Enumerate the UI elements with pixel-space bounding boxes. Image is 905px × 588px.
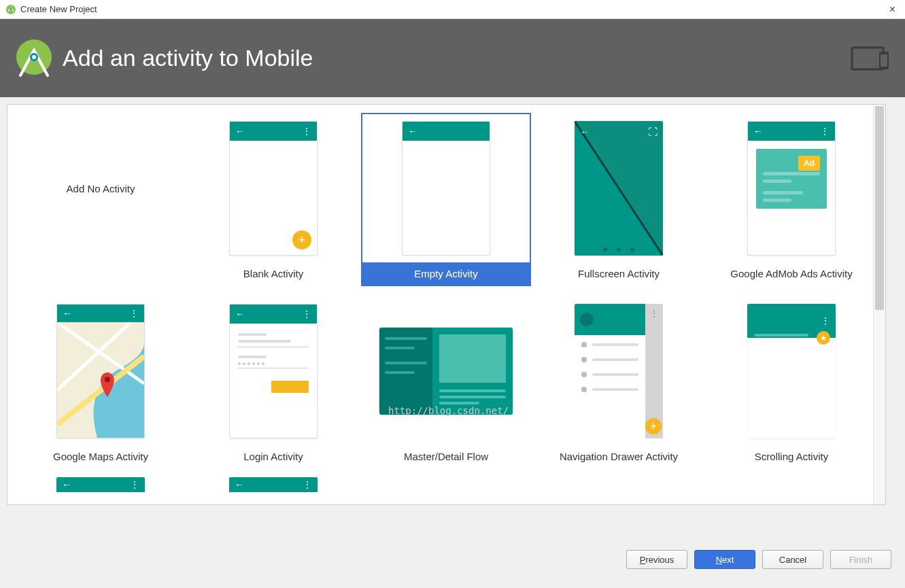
back-arrow-icon <box>235 479 244 490</box>
activity-row-peek <box>14 477 878 492</box>
window-titlebar: Create New Project × <box>0 0 905 19</box>
overflow-menu-icon <box>820 126 830 137</box>
fab-star-icon <box>817 331 830 345</box>
nav-drawer-thumb <box>575 304 663 438</box>
blank-activity-thumb <box>229 121 318 256</box>
activity-card-add-no-activity[interactable]: Add No Activity <box>14 111 187 294</box>
activity-card-empty[interactable]: Empty Activity <box>360 111 532 294</box>
maps-activity-thumb <box>56 304 145 438</box>
fullscreen-activity-thumb <box>575 121 663 256</box>
activity-label: Google AdMob Ads Activity <box>706 262 876 293</box>
overflow-menu-icon <box>130 479 139 490</box>
svg-rect-5 <box>852 48 883 69</box>
activity-card-peek[interactable] <box>229 477 318 492</box>
activity-card-peek[interactable] <box>56 477 145 492</box>
activity-card-scrolling[interactable]: Scrolling Activity <box>705 294 878 477</box>
overflow-menu-icon <box>303 479 312 490</box>
activity-card-nav-drawer[interactable]: Navigation Drawer Activity <box>532 294 705 477</box>
fab-plus-icon <box>292 230 311 249</box>
next-label: ext <box>722 555 734 565</box>
admob-activity-thumb: Ad <box>747 121 836 256</box>
svg-point-1 <box>10 7 12 9</box>
login-activity-thumb <box>229 304 318 438</box>
activity-label: Fullscreen Activity <box>534 262 704 293</box>
avatar-icon <box>580 313 594 326</box>
master-detail-thumb <box>379 327 513 415</box>
activity-gallery: Add No Activity Blank <box>7 104 886 505</box>
back-arrow-icon <box>408 126 417 137</box>
svg-rect-7 <box>881 54 887 67</box>
back-arrow-icon <box>753 126 763 137</box>
activity-card-admob[interactable]: Ad Google AdMob Ads Activity <box>705 111 878 294</box>
svg-point-11 <box>105 377 110 382</box>
activity-label: Navigation Drawer Activity <box>534 445 704 476</box>
back-arrow-icon <box>235 309 245 319</box>
android-studio-logo-icon <box>14 38 54 79</box>
finish-button[interactable]: Finish <box>830 550 891 569</box>
back-arrow-icon <box>62 479 71 490</box>
activity-card-blank[interactable]: Blank Activity <box>187 111 360 294</box>
page-title: Add an activity to Mobile <box>63 45 313 71</box>
overflow-menu-icon <box>302 126 311 137</box>
app-icon <box>5 4 16 15</box>
activity-label: Master/Detail Flow <box>361 445 531 476</box>
device-icon <box>851 45 891 72</box>
activity-card-login[interactable]: Login Activity <box>187 294 360 477</box>
no-activity-label: Add No Activity <box>67 183 135 194</box>
wizard-footer: Previous Next Cancel Finish <box>0 539 905 580</box>
activity-card-fullscreen[interactable]: Fullscreen Activity <box>532 111 705 294</box>
activity-label: Google Maps Activity <box>16 445 186 476</box>
back-arrow-icon <box>235 126 245 137</box>
svg-point-4 <box>32 55 36 59</box>
login-button-icon <box>271 381 309 393</box>
window-title: Create New Project <box>20 4 97 14</box>
overflow-menu-icon <box>302 309 311 319</box>
fab-plus-icon <box>645 418 662 434</box>
fullscreen-icon <box>648 126 658 137</box>
activity-label: Login Activity <box>188 445 358 476</box>
scrolling-activity-thumb <box>747 304 836 438</box>
activity-label: Scrolling Activity <box>706 445 876 476</box>
activity-card-maps[interactable]: Google Maps Activity <box>14 294 187 477</box>
cancel-button[interactable]: Cancel <box>762 550 823 569</box>
empty-activity-thumb <box>402 121 490 256</box>
scrollbar[interactable] <box>873 105 885 504</box>
back-arrow-icon <box>63 308 72 319</box>
activity-label: Empty Activity <box>361 262 531 286</box>
scrollbar-thumb[interactable] <box>875 106 884 310</box>
activity-label: Blank Activity <box>188 262 358 293</box>
previous-label: revious <box>645 555 674 565</box>
overflow-menu-icon <box>821 315 830 326</box>
previous-button[interactable]: Previous <box>626 550 687 569</box>
wizard-header: Add an activity to Mobile <box>0 19 905 97</box>
activity-card-master-detail[interactable]: Master/Detail Flow <box>360 294 532 477</box>
back-arrow-icon <box>580 126 590 137</box>
overflow-menu-icon <box>649 308 659 319</box>
ad-badge: Ad <box>798 156 820 171</box>
close-button[interactable]: × <box>885 3 900 16</box>
content-area: Add No Activity Blank <box>0 97 905 539</box>
next-button[interactable]: Next <box>694 550 755 569</box>
overflow-menu-icon <box>129 308 139 319</box>
